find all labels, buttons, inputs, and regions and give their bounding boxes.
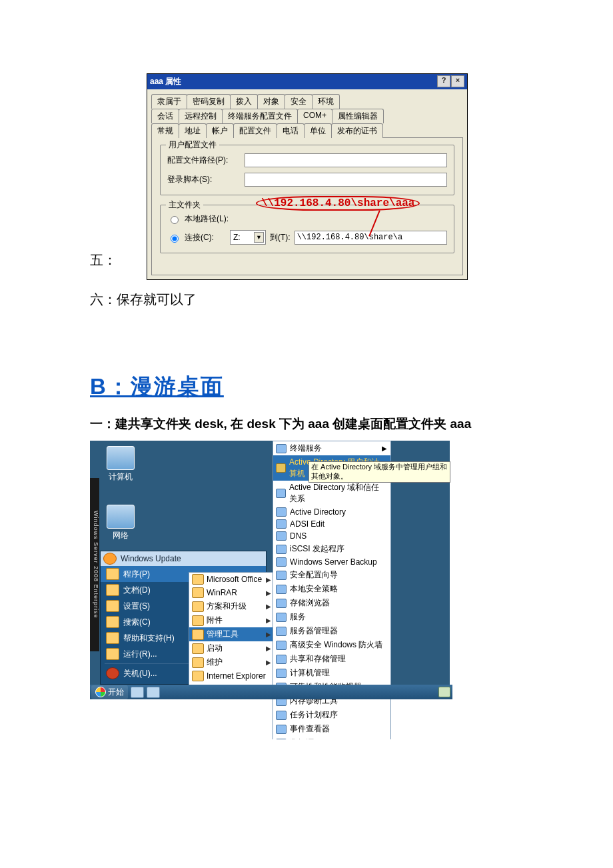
taskbar[interactable]: 开始 xyxy=(90,685,452,699)
windows-update-icon xyxy=(103,553,117,565)
dialog-tab[interactable]: 常规 xyxy=(151,123,179,138)
dialog-tab[interactable]: 安全 xyxy=(285,94,312,109)
dialog-tab[interactable]: 终端服务配置文件 xyxy=(222,109,298,123)
admin-tools-label: 任务计划程序 xyxy=(290,709,338,721)
admin-tools-item[interactable]: 高级安全 Windows 防火墙 xyxy=(273,638,390,652)
admin-tools-item[interactable]: iSCSI 发起程序 xyxy=(273,542,390,556)
dialog-titlebar: aaa 属性 ? × xyxy=(147,74,467,89)
tool-icon xyxy=(276,585,287,594)
drive-letter-combo[interactable]: Z: ▼ xyxy=(230,230,266,245)
admin-tools-item[interactable]: 本地安全策略 xyxy=(273,582,390,596)
taskbar-quicklaunch-icon[interactable] xyxy=(147,687,160,698)
folder-icon xyxy=(106,568,119,580)
admin-tools-label: 事件查看器 xyxy=(290,723,330,735)
programs-submenu-item[interactable]: 启动▶ xyxy=(189,641,275,655)
programs-submenu-item[interactable]: Internet Explorer xyxy=(189,669,275,683)
tool-icon xyxy=(276,557,287,567)
dialog-tab[interactable]: 帐户 xyxy=(206,123,234,138)
admin-tools-label: 安全配置向导 xyxy=(290,569,338,581)
programs-submenu-label: 启动 xyxy=(207,643,263,654)
admin-tools-item[interactable]: ADSI Edit xyxy=(273,518,390,530)
folder-icon xyxy=(192,629,204,640)
chevron-right-icon: ▶ xyxy=(266,631,271,638)
programs-submenu-label: WinRAR xyxy=(207,588,263,597)
start-button-label: 开始 xyxy=(108,687,124,698)
dialog-tab[interactable]: 隶属于 xyxy=(151,94,187,109)
programs-submenu[interactable]: Microsoft Office▶WinRAR▶方案和升级▶附件▶管理工具▶启动… xyxy=(189,572,275,697)
dialog-tab[interactable]: 拨入 xyxy=(230,94,258,109)
connect-radio[interactable] xyxy=(171,235,179,243)
dialog-tab[interactable]: 电话 xyxy=(277,123,305,138)
folder-icon xyxy=(106,648,119,660)
close-button[interactable]: × xyxy=(451,75,464,87)
to-label: 到(T): xyxy=(270,232,291,243)
admin-tools-item[interactable]: 服务 xyxy=(273,610,390,624)
admin-tools-item[interactable]: 共享和存储管理 xyxy=(273,652,390,666)
admin-tools-item[interactable]: 事件查看器 xyxy=(273,722,390,736)
programs-submenu-item[interactable]: WinRAR▶ xyxy=(189,586,275,599)
dialog-tab[interactable]: 密码复制 xyxy=(187,94,231,109)
taskbar-quicklaunch-icon[interactable] xyxy=(131,687,144,698)
properties-dialog: aaa 属性 ? × 隶属于密码复制拨入对象安全环境 会话远程控制终端服务配置文… xyxy=(147,73,468,280)
power-icon xyxy=(106,667,119,679)
tool-icon xyxy=(276,444,287,453)
programs-submenu-item[interactable]: 维护▶ xyxy=(189,655,275,669)
admin-tools-item[interactable]: 存储浏览器 xyxy=(273,596,390,610)
dialog-tab[interactable]: 会话 xyxy=(151,109,179,123)
admin-tools-item[interactable]: Active Directory 域和信任关系 xyxy=(273,481,390,506)
chevron-right-icon: ▶ xyxy=(266,659,271,666)
dialog-tab[interactable]: 发布的证书 xyxy=(331,123,383,138)
chevron-right-icon: ▶ xyxy=(382,445,387,452)
admin-tools-item[interactable]: 服务器管理器 xyxy=(273,624,390,638)
admin-tools-item[interactable]: 终端服务▶ xyxy=(273,441,390,455)
admin-tools-label: Active Directory xyxy=(290,507,346,517)
dialog-tabs: 隶属于密码复制拨入对象安全环境 会话远程控制终端服务配置文件COM+属性编辑器 … xyxy=(147,89,467,137)
dialog-tab[interactable]: 地址 xyxy=(179,123,207,138)
admin-tools-item[interactable]: Windows Server Backup xyxy=(273,556,390,568)
tool-icon xyxy=(276,463,286,473)
step-five-label: 五： xyxy=(90,251,117,269)
dialog-tab[interactable]: 配置文件 xyxy=(233,123,277,138)
tray-icon[interactable] xyxy=(438,687,450,697)
admin-tools-item[interactable]: 数据源(ODBC) xyxy=(273,736,390,739)
admin-tools-label: 数据源(ODBC) xyxy=(290,737,342,739)
admin-tools-item[interactable]: 任务计划程序 xyxy=(273,708,390,722)
programs-submenu-item[interactable]: 附件▶ xyxy=(189,613,275,627)
tool-icon xyxy=(276,531,287,541)
dialog-tab[interactable]: 环境 xyxy=(312,94,340,109)
admin-tools-label: DNS xyxy=(290,531,306,541)
admin-tools-label: 服务 xyxy=(290,611,306,623)
start-button[interactable]: 开始 xyxy=(91,685,128,699)
dialog-tab[interactable]: 属性编辑器 xyxy=(332,109,384,123)
admin-tools-item[interactable]: 安全配置向导 xyxy=(273,568,390,582)
user-profile-group-title: 用户配置文件 xyxy=(166,139,219,151)
tool-icon xyxy=(276,519,287,529)
programs-submenu-item[interactable]: Microsoft Office▶ xyxy=(189,573,275,586)
start-menu-pinned[interactable]: Windows Update xyxy=(101,551,266,566)
programs-submenu-item[interactable]: 管理工具▶ xyxy=(189,627,275,641)
chevron-right-icon: ▶ xyxy=(266,617,271,624)
tool-icon xyxy=(276,641,287,650)
desktop-network-icon[interactable]: 网络 xyxy=(102,505,139,541)
admin-tools-label: 高级安全 Windows 防火墙 xyxy=(290,639,382,651)
dialog-tab[interactable]: 远程控制 xyxy=(179,109,223,123)
admin-tools-label: 共享和存储管理 xyxy=(290,653,346,665)
login-script-input[interactable] xyxy=(245,173,447,187)
programs-submenu-item[interactable]: 方案和升级▶ xyxy=(189,599,275,613)
local-path-radio[interactable] xyxy=(171,216,179,224)
desktop-computer-icon[interactable]: 计算机 xyxy=(102,446,139,483)
help-button[interactable]: ? xyxy=(437,75,450,87)
admin-tools-item[interactable]: DNS xyxy=(273,530,390,542)
section-b-title: B：漫游桌面 xyxy=(90,372,523,402)
dialog-tab[interactable]: COM+ xyxy=(297,109,332,123)
programs-submenu-label: 管理工具 xyxy=(207,629,263,640)
admin-tools-item[interactable]: Active Directory xyxy=(273,506,390,518)
folder-icon xyxy=(192,574,204,585)
dialog-tab[interactable]: 单位 xyxy=(304,123,332,138)
profile-path-input[interactable] xyxy=(245,153,447,167)
folder-icon xyxy=(106,600,119,612)
tool-icon xyxy=(276,739,287,740)
annotation-path: \\192.168.4.80\share\aaa xyxy=(256,196,420,211)
dialog-tab[interactable]: 对象 xyxy=(257,94,285,109)
admin-tools-item[interactable]: 计算机管理 xyxy=(273,666,390,680)
